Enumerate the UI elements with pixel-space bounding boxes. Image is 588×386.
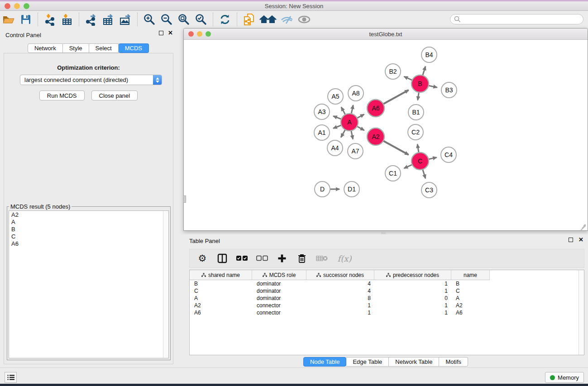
deselect-all-button[interactable] <box>254 251 270 266</box>
table-cell[interactable]: 0 <box>374 295 451 301</box>
graph-node-label-A3: A3 <box>318 108 325 115</box>
tab-motifs[interactable]: Motifs <box>439 357 468 367</box>
hide-selected-button[interactable] <box>279 12 295 27</box>
tab-network-table[interactable]: Network Table <box>389 357 439 367</box>
task-history-button[interactable] <box>5 372 17 383</box>
show-all-button[interactable] <box>296 12 312 27</box>
refresh-button[interactable] <box>217 12 233 27</box>
graph-node-label-C: C <box>418 157 422 165</box>
export-table-icon <box>102 13 115 26</box>
function-builder-button[interactable]: f(x) <box>334 251 355 266</box>
new-network-button[interactable] <box>241 12 257 27</box>
tab-network[interactable]: Network <box>28 43 63 53</box>
table-cell[interactable]: 1 <box>306 302 374 309</box>
table-cell[interactable]: dominator <box>252 281 306 287</box>
select-all-button[interactable] <box>234 251 250 266</box>
table-cell[interactable]: A <box>190 295 252 301</box>
float-table-panel-icon[interactable] <box>569 238 573 242</box>
table-row[interactable]: Adominator80A <box>190 295 578 302</box>
export-image-button[interactable] <box>118 12 133 27</box>
zoom-selected-button[interactable] <box>193 12 209 27</box>
import-network-button[interactable] <box>42 12 57 27</box>
export-network-button[interactable] <box>83 12 99 27</box>
result-item[interactable]: A <box>9 218 168 225</box>
table-cell[interactable]: A6 <box>451 310 490 316</box>
import-table-button[interactable] <box>59 12 75 27</box>
table-options-button[interactable]: ⚙ <box>194 251 210 266</box>
zoom-out-button[interactable] <box>159 12 174 27</box>
save-session-button[interactable] <box>18 12 33 27</box>
open-file-button[interactable] <box>1 12 16 27</box>
show-columns-button[interactable] <box>214 251 230 266</box>
table-cell[interactable]: B <box>190 281 252 287</box>
column-header-predecessor-nodes[interactable]: predecessor nodes <box>374 270 451 280</box>
table-cell[interactable]: 4 <box>306 281 374 287</box>
optimization-dropdown-value: largest connected component (directed) <box>20 76 153 83</box>
delete-column-icon <box>298 254 306 263</box>
tab-node-table[interactable]: Node Table <box>303 357 347 367</box>
table-scrollbar[interactable] <box>578 270 584 355</box>
node-table[interactable]: shared nameMCDS rolesuccessor nodesprede… <box>189 270 584 355</box>
table-cell[interactable]: 1 <box>374 288 451 294</box>
result-item[interactable]: B <box>9 225 168 233</box>
run-mcds-button[interactable]: Run MCDS <box>39 91 85 100</box>
table-cell[interactable]: A <box>451 295 490 301</box>
table-cell[interactable]: C <box>451 288 490 294</box>
table-cell[interactable]: 1 <box>374 310 451 316</box>
graph-node-label-A7: A7 <box>351 148 359 155</box>
table-cell[interactable]: dominator <box>252 295 306 301</box>
search-input[interactable] <box>450 14 583 24</box>
add-column-icon <box>277 254 287 263</box>
network-canvas[interactable]: AA1A2A3A4A5A6A7A8BB1B2B3B4CC1C2C3C4DD1 <box>184 40 587 230</box>
table-cell[interactable]: connector <box>252 310 306 316</box>
table-cell[interactable]: 1 <box>374 302 451 309</box>
table-row[interactable]: A2connector11A2 <box>190 302 578 309</box>
horizontal-divider-handle[interactable] <box>381 232 386 234</box>
mcds-result-list[interactable]: A2ABCA6 <box>9 210 169 358</box>
home-button[interactable] <box>258 12 277 27</box>
table-cell[interactable]: B <box>451 281 490 287</box>
table-cell[interactable]: A6 <box>190 310 252 316</box>
table-cell[interactable]: 1 <box>306 310 374 316</box>
network-window-titlebar[interactable]: testGlobe.txt <box>184 29 588 40</box>
memory-button[interactable]: Memory <box>545 372 584 383</box>
table-cell[interactable]: C <box>190 288 252 294</box>
mcds-result-box: MCDS result (5 nodes) A2ABCA6 <box>7 206 171 360</box>
result-scrollbar[interactable] <box>163 211 168 358</box>
zoom-fit-button[interactable] <box>176 12 191 27</box>
add-column-button[interactable] <box>274 251 290 266</box>
table-cell[interactable]: 8 <box>306 295 374 301</box>
column-header-shared-name[interactable]: shared name <box>190 270 252 280</box>
table-cell[interactable]: connector <box>252 302 306 309</box>
table-cell[interactable]: A2 <box>451 302 490 309</box>
delete-table-button[interactable] <box>314 251 330 266</box>
table-cell[interactable]: 4 <box>306 288 374 294</box>
result-item[interactable]: A2 <box>9 211 168 218</box>
result-item[interactable]: A6 <box>9 240 168 247</box>
column-header-successor-nodes[interactable]: successor nodes <box>306 270 374 280</box>
column-hierarchy-icon <box>316 272 321 278</box>
column-header-MCDS-role[interactable]: MCDS role <box>252 270 306 280</box>
table-cell[interactable]: dominator <box>252 288 306 294</box>
tab-edge-table[interactable]: Edge Table <box>346 357 389 367</box>
window-resize-grip[interactable] <box>580 223 587 229</box>
tab-style[interactable]: Style <box>63 43 89 53</box>
close-panel-icon[interactable]: ✕ <box>168 31 173 35</box>
export-table-button[interactable] <box>100 12 116 27</box>
table-cell[interactable]: 1 <box>374 281 451 287</box>
table-row[interactable]: Bdominator41B <box>190 280 578 287</box>
table-cell[interactable]: A2 <box>190 302 252 309</box>
zoom-in-button[interactable] <box>142 12 157 27</box>
tab-select[interactable]: Select <box>89 43 119 53</box>
float-panel-icon[interactable] <box>159 31 163 35</box>
optimization-dropdown[interactable]: largest connected component (directed) <box>20 75 162 85</box>
delete-column-button[interactable] <box>294 251 310 266</box>
table-row[interactable]: A6connector11A6 <box>190 309 578 316</box>
table-row[interactable]: Cdominator41C <box>190 287 578 295</box>
panel-divider-handle[interactable] <box>183 195 186 203</box>
close-panel-button[interactable]: Close panel <box>91 91 138 100</box>
result-item[interactable]: C <box>9 233 168 240</box>
tab-mcds[interactable]: MCDS <box>119 43 149 53</box>
column-header-name[interactable]: name <box>451 270 490 280</box>
close-table-panel-icon[interactable]: ✕ <box>578 238 583 242</box>
